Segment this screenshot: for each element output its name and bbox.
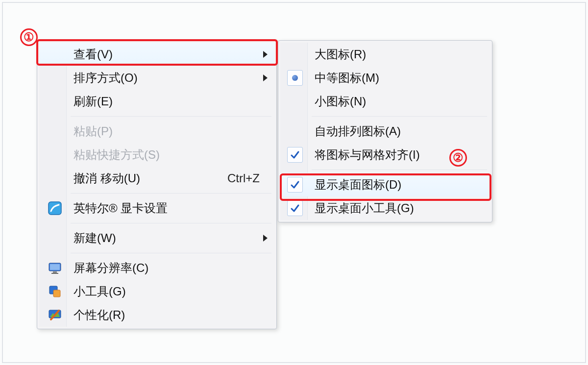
menu-item-intel-graphics[interactable]: 英特尔® 显卡设置 [39,196,274,220]
menu-item-undo[interactable]: 撤消 移动(U) Ctrl+Z [39,167,274,190]
menu-item-label: 粘贴(P) [74,123,113,139]
menu-item-shortcut: Ctrl+Z [227,171,260,185]
menu-separator [71,253,271,253]
menu-separator [71,116,271,117]
callout-badge-2: ② [449,149,467,167]
svg-rect-0 [49,202,61,215]
menu-item-resolution[interactable]: 屏幕分辨率(C) [39,256,274,280]
desktop-context-menu: 查看(V) 排序方式(O) 刷新(E) 粘贴(P) 粘贴快捷方式(S) 撤消 移… [37,40,277,329]
check-indicator-icon [287,177,303,193]
svg-rect-6 [53,290,60,297]
submenu-item-medium-icons[interactable]: 中等图标(M) [280,66,490,90]
menu-item-label: 撤消 移动(U) [74,170,140,186]
submenu-arrow-icon [263,74,268,81]
view-submenu: 大图标(R) 中等图标(M) 小图标(N) 自动排列图标(A) 将图标与网格对齐… [278,40,492,222]
menu-item-refresh[interactable]: 刷新(E) [39,90,274,113]
menu-separator [71,193,271,194]
submenu-item-small-icons[interactable]: 小图标(N) [280,90,490,113]
menu-item-label: 刷新(E) [74,94,113,109]
personalize-icon [48,308,62,322]
menu-item-label: 大图标(R) [315,47,366,62]
menu-item-label: 个性化(R) [74,307,125,323]
menu-item-label: 中等图标(M) [315,70,379,86]
monitor-icon [48,261,62,275]
submenu-item-show-desktop-icons[interactable]: 显示桌面图标(D) [280,173,490,196]
menu-item-label: 小工具(G) [74,284,126,299]
menu-item-view[interactable]: 查看(V) [39,43,274,66]
submenu-item-auto-arrange[interactable]: 自动排列图标(A) [280,120,490,143]
menu-item-label: 查看(V) [74,47,113,62]
menu-item-label: 粘贴快捷方式(S) [74,147,160,163]
menu-separator [312,170,487,170]
check-indicator-icon [287,200,303,216]
menu-item-label: 自动排列图标(A) [315,123,401,139]
svg-rect-4 [51,273,58,274]
menu-item-label: 小图标(N) [315,94,366,109]
submenu-item-show-gadgets[interactable]: 显示桌面小工具(G) [280,196,490,220]
menu-item-gadgets[interactable]: 小工具(G) [39,280,274,303]
menu-item-new[interactable]: 新建(W) [39,226,274,250]
menu-item-label: 排序方式(O) [74,70,138,86]
check-indicator-icon [287,147,303,163]
svg-rect-2 [50,264,60,270]
intel-graphics-icon [48,201,62,216]
menu-item-personalize[interactable]: 个性化(R) [39,303,274,327]
menu-item-paste: 粘贴(P) [39,120,274,143]
menu-item-label: 新建(W) [74,230,116,246]
menu-item-paste-shortcut: 粘贴快捷方式(S) [39,143,274,167]
menu-item-label: 屏幕分辨率(C) [74,260,148,276]
radio-indicator-icon [287,70,303,86]
submenu-arrow-icon [263,235,268,242]
submenu-arrow-icon [263,51,268,58]
menu-item-label: 显示桌面小工具(G) [315,200,414,216]
menu-item-label: 将图标与网格对齐(I) [315,147,420,163]
menu-item-label: 显示桌面图标(D) [315,177,401,193]
svg-rect-3 [53,271,57,273]
submenu-item-large-icons[interactable]: 大图标(R) [280,43,490,66]
menu-separator [312,116,487,117]
gadgets-icon [48,284,62,299]
menu-item-label: 英特尔® 显卡设置 [74,200,168,216]
menu-item-sort[interactable]: 排序方式(O) [39,66,274,90]
menu-separator [71,223,271,223]
callout-badge-1: ① [20,28,38,46]
